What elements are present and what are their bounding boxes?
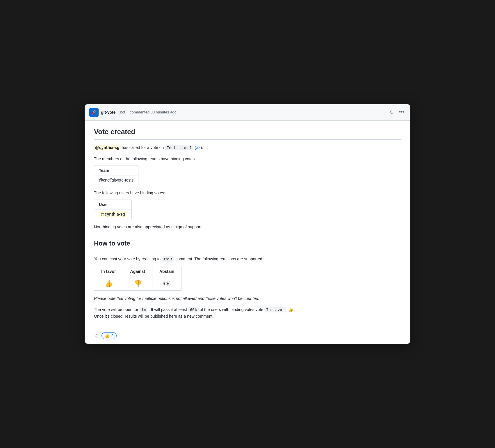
teams-binding-paragraph: The members of the following teams have …	[94, 156, 401, 162]
paragraph5-pre: You can cast your vote by reacting to	[94, 257, 162, 261]
abstain-header: Abstain	[152, 266, 181, 277]
comment-body: Vote created @cynthia-sg has called for …	[85, 121, 410, 329]
bot-avatar: 🚀	[89, 108, 99, 117]
paragraph1-text: has called for a vote on	[122, 145, 165, 150]
comment-header: 🚀 git-vote bot commented 33 minutes ago …	[85, 104, 410, 121]
reaction-count: 2	[111, 333, 113, 338]
users-binding-paragraph: The following users have binding votes:	[94, 190, 401, 196]
ellipsis-icon: •••	[399, 109, 405, 115]
vote-intro-paragraph: @cynthia-sg has called for a vote on Tes…	[94, 144, 401, 151]
results-paragraph: Once it's closed, results will be publis…	[94, 314, 213, 319]
users-table-header: User	[94, 200, 132, 209]
users-table: User @cynthia-sg	[94, 200, 132, 219]
eyes-cell: 👀	[152, 277, 181, 290]
table-row: @cncf/gitvote-tests	[94, 175, 138, 185]
comment-window: 🚀 git-vote bot commented 33 minutes ago …	[85, 104, 410, 344]
vote-created-title: Vote created	[94, 128, 401, 140]
bot-badge: bot	[118, 110, 128, 115]
in-favor-header: In favor	[94, 266, 123, 277]
in-favor-code: In favor	[264, 307, 286, 312]
add-reaction-button[interactable]: ☺	[94, 333, 99, 339]
smiley-icon: ☺	[389, 109, 394, 115]
test-team-code: Test team 1	[165, 145, 193, 150]
reactions-intro-paragraph: You can cast your vote by reacting to th…	[94, 256, 401, 262]
table-row: @cynthia-sg	[94, 209, 132, 219]
comment-header-right: ☺ •••	[388, 108, 406, 116]
thumbs-down-cell: 👎	[123, 277, 152, 290]
non-binding-paragraph: Non-binding votes are also appreciated a…	[94, 224, 401, 230]
user-cell: @cynthia-sg	[94, 209, 132, 219]
vote-open-paragraph: The vote will be open for 1m . It will p…	[94, 306, 401, 319]
reactions-table: In favor Against Abstain 👍 👎 👀	[94, 266, 181, 291]
comment-timestamp: commented 33 minutes ago	[130, 110, 176, 114]
in-favor-emoji: 👍	[288, 307, 293, 312]
paragraph6-mid: . It will pass if at least	[149, 307, 188, 312]
multiple-votes-note: Please note that voting for multiple opt…	[94, 295, 401, 302]
smiley-footer-icon: ☺	[94, 333, 99, 339]
teams-table: Team @cncf/gitvote-tests	[94, 166, 138, 185]
paragraph5-post: comment. The following reactions are sup…	[175, 257, 263, 261]
table-row: 👍 👎 👀	[94, 277, 181, 290]
how-to-vote-title: How to vote	[94, 240, 401, 251]
emoji-reaction-button[interactable]: ☺	[388, 108, 396, 116]
comment-footer: ☺ 👍 2	[85, 329, 410, 344]
duration-code: 1m	[139, 307, 147, 312]
comment-username: git-vote	[101, 110, 116, 115]
caller-mention: @cynthia-sg	[94, 145, 121, 150]
against-header: Against	[123, 266, 152, 277]
paragraph6-post: .	[294, 307, 295, 312]
comment-header-left: 🚀 git-vote bot commented 33 minutes ago	[89, 108, 177, 117]
threshold-code: 60%	[188, 307, 198, 312]
team-name: @cncf/gitvote-tests	[99, 178, 133, 182]
user-mention-cell: @cynthia-sg	[99, 211, 127, 217]
teams-table-header: Team	[94, 166, 138, 175]
paragraph6-mid2: of the users with binding votes vote	[200, 307, 265, 312]
this-code: this	[162, 256, 174, 262]
more-options-button[interactable]: •••	[398, 108, 406, 116]
issue-link[interactable]: #2	[196, 145, 201, 150]
team-name-cell: @cncf/gitvote-tests	[94, 175, 138, 185]
thumbs-up-reaction[interactable]: 👍 2	[102, 332, 117, 339]
paragraph6-pre: The vote will be open for	[94, 307, 139, 312]
thumbs-up-cell: 👍	[94, 277, 123, 290]
reaction-emoji: 👍	[105, 333, 110, 338]
